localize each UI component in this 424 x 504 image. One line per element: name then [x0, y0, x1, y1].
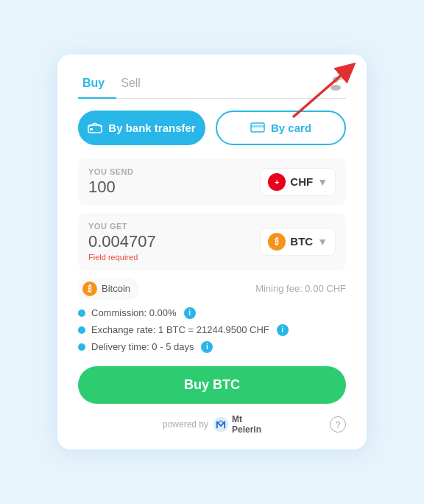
delivery-time-item: Delivery time: 0 - 5 days i	[78, 341, 346, 353]
details-list: Commission: 0.00% i Exchange rate: 1 BTC…	[78, 307, 346, 353]
get-amount[interactable]: 0.004707	[88, 232, 156, 251]
info-row: ₿ Bitcoin Mining fee: 0.00 CHF	[78, 278, 346, 300]
bitcoin-icon: ₿	[82, 281, 97, 296]
send-amount[interactable]: 100	[88, 178, 133, 197]
get-field-left: YOU GET 0.004707 Field required	[88, 222, 156, 262]
brand-name: MtPelerin	[232, 414, 261, 435]
send-section: YOU SEND 100 + CHF ▼	[78, 158, 346, 206]
get-section: YOU GET 0.004707 Field required ₿ BTC ▼	[78, 213, 346, 270]
commission-item: Commission: 0.00% i	[78, 307, 346, 319]
delivery-time-info-icon[interactable]: i	[201, 341, 213, 353]
commission-text: Commission: 0.00%	[91, 307, 177, 318]
get-label: YOU GET	[88, 222, 156, 231]
powered-by-text: powered by	[163, 419, 208, 430]
bank-transfer-button[interactable]: By bank transfer	[78, 111, 205, 145]
get-currency-select[interactable]: ₿ BTC ▼	[260, 228, 336, 256]
bitcoin-badge[interactable]: ₿ Bitcoin	[78, 278, 139, 300]
send-currency-select[interactable]: + CHF ▼	[260, 168, 336, 196]
payment-method-buttons: By bank transfer By card	[78, 111, 346, 145]
exchange-rate-dot	[78, 326, 85, 334]
mining-fee-text: Mining fee: 0.00 CHF	[255, 283, 346, 294]
btc-flag-icon: ₿	[268, 233, 286, 251]
commission-info-icon[interactable]: i	[184, 307, 196, 319]
exchange-rate-item: Exchange rate: 1 BTC = 21244.9500 CHF i	[78, 324, 346, 336]
svg-point-3	[331, 85, 341, 91]
delivery-time-text: Delivery time: 0 - 5 days	[91, 341, 194, 352]
commission-dot	[78, 309, 85, 317]
exchange-rate-info-icon[interactable]: i	[277, 324, 289, 336]
send-field-left: YOU SEND 100	[88, 167, 133, 197]
svg-rect-8	[90, 128, 93, 130]
buy-button[interactable]: Buy BTC	[78, 366, 346, 404]
tab-buy[interactable]: Buy	[78, 72, 116, 99]
svg-rect-10	[251, 125, 264, 127]
footer: powered by MtPelerin ?	[78, 414, 346, 435]
user-icon[interactable]	[325, 72, 346, 93]
send-label: YOU SEND	[88, 167, 133, 176]
card-label: By card	[271, 122, 311, 134]
top-bar: Buy Sell	[78, 72, 346, 99]
exchange-rate-text: Exchange rate: 1 BTC = 21244.9500 CHF	[91, 324, 269, 335]
field-required-text: Field required	[88, 253, 156, 262]
svg-point-11	[213, 417, 229, 433]
tab-sell[interactable]: Sell	[116, 72, 152, 99]
send-currency-chevron-icon: ▼	[317, 176, 328, 188]
card-button[interactable]: By card	[216, 111, 346, 145]
bank-transfer-label: By bank transfer	[108, 122, 195, 134]
main-card: Buy Sell By bank transfer	[57, 55, 367, 450]
chf-flag-icon: +	[268, 173, 286, 191]
send-currency-code: CHF	[290, 175, 313, 188]
tabs: Buy Sell	[78, 72, 152, 99]
help-icon[interactable]: ?	[330, 416, 346, 433]
get-currency-code: BTC	[290, 235, 313, 248]
delivery-time-dot	[78, 343, 85, 351]
user-icon-wrap	[325, 72, 346, 93]
mt-pelerin-logo: MtPelerin	[213, 414, 261, 435]
get-currency-chevron-icon: ▼	[317, 236, 328, 248]
coin-name: Bitcoin	[102, 283, 130, 294]
